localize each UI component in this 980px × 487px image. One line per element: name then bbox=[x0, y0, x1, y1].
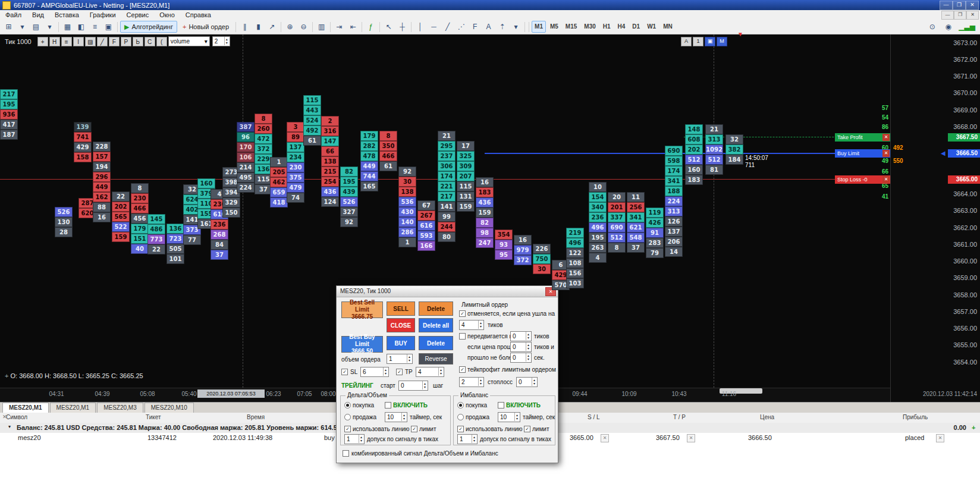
chart-tab-0[interactable]: MESZ20,M1 bbox=[2, 403, 49, 413]
channel-button[interactable]: ⋰ bbox=[455, 21, 467, 33]
delta-limit-checkbox[interactable]: ✓ bbox=[411, 426, 417, 432]
delta-buy-radio[interactable] bbox=[344, 402, 351, 409]
button-m[interactable]: M bbox=[717, 37, 727, 46]
restore-button[interactable]: ❐ bbox=[953, 1, 966, 10]
sl-spinner[interactable]: 6 bbox=[360, 367, 389, 377]
button-a[interactable]: A bbox=[681, 37, 692, 46]
trailing-start-spinner[interactable]: 0 bbox=[398, 381, 428, 391]
delta-tolerance-spinner[interactable]: 1 bbox=[344, 434, 365, 444]
child-restore-button[interactable]: ❐ bbox=[954, 11, 966, 20]
imbalance-use-line-checkbox[interactable]: ✓ bbox=[457, 426, 464, 432]
dialog-title[interactable]: MESZ20, Тик 1000 bbox=[337, 286, 558, 297]
candles-chart-button[interactable]: ▮ bbox=[252, 21, 265, 33]
timeframe-m15[interactable]: M15 bbox=[563, 21, 580, 33]
timeframe-d1[interactable]: D1 bbox=[629, 21, 643, 33]
line-chart-button[interactable]: ↗ bbox=[266, 21, 278, 33]
cluster-button-7[interactable]: P bbox=[121, 37, 131, 46]
tp-offset-spinner[interactable]: 2 bbox=[459, 377, 484, 387]
collapse-icon[interactable]: ▾ bbox=[8, 424, 11, 429]
chart-tab-2[interactable]: MESZ20,M3 bbox=[97, 403, 143, 413]
timeframe-m1[interactable]: M1 bbox=[532, 21, 546, 33]
tile-windows-button[interactable]: ▥ bbox=[315, 21, 328, 33]
best-sell-limit-button[interactable]: Best Sell Limit 3666.75 bbox=[341, 301, 383, 318]
combined-signal-checkbox[interactable] bbox=[343, 450, 349, 457]
crosshair-button[interactable]: ┼ bbox=[396, 21, 409, 33]
order-tp-close-icon[interactable]: ✕ bbox=[687, 434, 695, 442]
cancel-if-away-checkbox[interactable]: ✓ bbox=[459, 310, 466, 317]
algo-trading-button[interactable]: ▶Алготрейдинг bbox=[120, 21, 177, 33]
cluster-size-spinner[interactable]: 2 bbox=[212, 36, 230, 46]
auto-scroll-button[interactable]: ⇥ bbox=[333, 21, 345, 33]
data-window-button[interactable]: ◧ bbox=[75, 21, 87, 33]
menu-item-вставка[interactable]: Вставка bbox=[49, 11, 84, 18]
buy-limit-tag[interactable]: Buy Limit✕ bbox=[835, 149, 890, 158]
minimize-button[interactable]: — bbox=[940, 1, 953, 10]
timeframe-h1[interactable]: H1 bbox=[600, 21, 614, 33]
navigator-button[interactable]: ≡ bbox=[89, 21, 101, 33]
text-tool-button[interactable]: A bbox=[482, 21, 495, 33]
tp-limit-checkbox[interactable]: ✓ bbox=[459, 366, 466, 373]
cluster-button-5[interactable]: ╱ bbox=[97, 37, 108, 46]
cursor-button[interactable]: ↖ bbox=[382, 21, 395, 33]
stoploss-spinner[interactable]: 0 bbox=[516, 377, 538, 387]
imbalance-timer-spinner[interactable]: 10 bbox=[498, 412, 520, 422]
best-buy-limit-button[interactable]: Best Buy Limit 3666.50 bbox=[341, 336, 383, 353]
cluster-button-10[interactable]: ( bbox=[156, 37, 167, 46]
chart-tab-3[interactable]: MESZ20,M10 bbox=[145, 403, 194, 413]
order-sl-close-icon[interactable]: ✕ bbox=[601, 434, 609, 442]
new-chart-button[interactable]: ⊞ bbox=[2, 21, 15, 33]
take-profit-close-icon[interactable]: ✕ bbox=[882, 134, 890, 141]
delta-use-line-checkbox[interactable]: ✓ bbox=[344, 426, 351, 432]
new-order-button[interactable]: +Новый ордер bbox=[178, 21, 233, 33]
delete-buy-button[interactable]: Delete bbox=[419, 336, 453, 350]
tp-spinner[interactable]: 4 bbox=[416, 367, 444, 377]
new-chart-arrow-button[interactable]: ▾ bbox=[16, 21, 29, 33]
close-position-button[interactable]: CLOSE bbox=[387, 318, 415, 332]
button-grid[interactable]: ▣ bbox=[705, 37, 715, 46]
menu-item-окно[interactable]: Окно bbox=[154, 11, 180, 18]
sl-checkbox[interactable]: ✓ bbox=[341, 369, 348, 375]
buy-limit-close-icon[interactable]: ✕ bbox=[882, 150, 890, 157]
cluster-button-8[interactable]: Ь bbox=[133, 37, 143, 46]
market-watch-button[interactable]: ▦ bbox=[61, 21, 74, 33]
no-more-spinner[interactable]: 0 bbox=[510, 353, 532, 363]
imbalance-sell-radio[interactable] bbox=[457, 414, 464, 420]
child-close-button[interactable]: ✕ bbox=[966, 11, 979, 20]
moves-spinner[interactable]: 0 bbox=[510, 331, 532, 341]
timeframe-h4[interactable]: H4 bbox=[615, 21, 629, 33]
close-button[interactable]: ✕ bbox=[966, 1, 979, 10]
menu-item-файл[interactable]: Файл bbox=[0, 11, 27, 18]
menu-item-вид[interactable]: Вид bbox=[27, 11, 49, 18]
trendline-button[interactable]: ╱ bbox=[441, 21, 454, 33]
chart-shift-button[interactable]: ⇤ bbox=[347, 21, 359, 33]
timeframe-m5[interactable]: M5 bbox=[547, 21, 561, 33]
buy-button[interactable]: BUY bbox=[387, 336, 415, 350]
take-profit-tag[interactable]: Take Profit✕ bbox=[835, 133, 890, 142]
zoom-in-button[interactable]: ⊕ bbox=[284, 21, 296, 33]
add-icon[interactable]: + bbox=[972, 424, 975, 431]
timeframe-w1[interactable]: W1 bbox=[644, 21, 659, 33]
vertical-line-button[interactable]: │ bbox=[414, 21, 426, 33]
order-volume-spinner[interactable]: 1 bbox=[387, 354, 413, 364]
arrows-tool-button[interactable]: ⇡ bbox=[496, 21, 508, 33]
timeframe-mn[interactable]: MN bbox=[660, 21, 676, 33]
connection-icon[interactable]: ▁▃▅ bbox=[958, 21, 976, 33]
cluster-button-3[interactable]: I bbox=[73, 37, 84, 46]
cluster-button-4[interactable]: ▨ bbox=[85, 37, 96, 46]
menu-item-графики[interactable]: Графики bbox=[84, 11, 121, 18]
profiles-button[interactable]: ▤ bbox=[30, 21, 42, 33]
menu-item-справка[interactable]: Справка bbox=[180, 11, 216, 18]
fibonacci-button[interactable]: F bbox=[469, 21, 481, 33]
cluster-button-9[interactable]: C bbox=[145, 37, 155, 46]
vertical-line-object[interactable] bbox=[243, 34, 243, 388]
indicators-button[interactable]: ƒ bbox=[365, 21, 377, 33]
delete-all-button[interactable]: Delete all bbox=[419, 318, 453, 332]
delete-sell-button[interactable]: Delete bbox=[419, 301, 453, 316]
menu-item-сервис[interactable]: Сервис bbox=[121, 11, 155, 18]
profiles-arrow-button[interactable]: ▾ bbox=[43, 21, 56, 33]
imbalance-tolerance-spinner[interactable]: 1 bbox=[457, 434, 478, 444]
delta-enable-checkbox[interactable] bbox=[385, 402, 391, 409]
imbalance-enable-checkbox[interactable] bbox=[498, 402, 504, 409]
objects-arrow-button[interactable]: ▾ bbox=[510, 21, 522, 33]
stop-loss-tag[interactable]: Stop Loss -0✕ bbox=[835, 175, 890, 184]
